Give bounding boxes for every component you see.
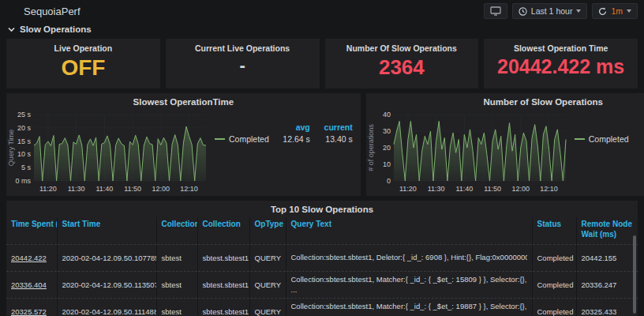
collection-cell: sbtest.sbtest1: [197, 271, 249, 298]
panel-slowest-operation-time: Slowest Operation Time 20442.422 ms: [484, 39, 638, 88]
dashboard-title: SequoiaPerf: [24, 6, 80, 17]
legend-series-completed[interactable]: Completed: [215, 134, 269, 144]
time-spent-link[interactable]: 20336.404: [11, 280, 47, 289]
graph-body: 0 ms5 s10 s15 s20 s25 s11:2011:3011:4011…: [6, 110, 361, 196]
collection-space-cell: sbtest: [156, 244, 197, 271]
svg-text:12:10: 12:10: [540, 185, 558, 193]
cycle-view-button[interactable]: [484, 3, 507, 19]
remote-wait-cell: 20442.155: [576, 244, 638, 271]
svg-text:15 s: 15 s: [17, 137, 32, 145]
svg-text:12:10: 12:10: [180, 185, 198, 193]
svg-text:11:30: 11:30: [427, 185, 444, 193]
svg-text:11:20: 11:20: [39, 185, 57, 193]
svg-text:11:50: 11:50: [124, 185, 141, 193]
panel-title[interactable]: Top 10 Slow Operations: [6, 201, 638, 217]
legend: avg current Completed 20 25: [570, 110, 644, 196]
table-header-row: Time Spent (ms) Start Time Collection Sp…: [6, 217, 638, 244]
query-text-cell: Collection:sbtest.sbtest1, Deletor:{ _id…: [286, 244, 532, 271]
table-row: 20442.422 2020-02-04-12.09.50.107785 sbt…: [6, 244, 638, 271]
column-header-start-time[interactable]: Start Time: [57, 217, 156, 244]
column-header-optype[interactable]: OpType: [249, 217, 286, 244]
column-header-collection[interactable]: Collection: [197, 217, 249, 244]
row-toggle-slow-operations[interactable]: Slow Operations: [0, 22, 644, 36]
status-cell: Completed: [532, 298, 576, 316]
svg-text:0: 0: [387, 177, 391, 185]
monitor-icon: [490, 6, 501, 16]
panel-title[interactable]: Current Live Operations: [195, 43, 290, 53]
status-cell: Completed: [532, 271, 576, 298]
svg-text:# of operations: # of operations: [367, 124, 375, 171]
column-header-query-text[interactable]: Query Text: [286, 217, 532, 244]
table-row: 20336.404 2020-02-04-12.09.50.113507 sbt…: [6, 271, 638, 298]
remote-wait-cell: 20325.433: [576, 298, 638, 316]
timeseries-plot-query-time[interactable]: 0 ms5 s10 s15 s20 s25 s11:2011:3011:4011…: [6, 110, 210, 194]
svg-text:30: 30: [383, 127, 391, 135]
table-scrollbar[interactable]: [633, 235, 636, 314]
svg-text:10: 10: [383, 160, 391, 168]
optype-cell: QUERY: [249, 244, 286, 271]
legend-series-completed[interactable]: Completed: [575, 134, 629, 144]
panel-current-live-operations: Current Live Operations -: [166, 39, 320, 88]
time-spent-link[interactable]: 20442.422: [11, 254, 47, 262]
legend-avg-value: 20: [629, 134, 644, 144]
svg-text:12:00: 12:00: [511, 185, 530, 193]
svg-text:11:30: 11:30: [68, 185, 85, 193]
optype-cell: QUERY: [249, 271, 286, 298]
section-label: Slow Operations: [20, 24, 92, 34]
panel-title[interactable]: Live Operation: [54, 43, 113, 53]
column-header-remote-node-wait[interactable]: Remote Node Wait (ms): [576, 217, 638, 244]
svg-text:11:50: 11:50: [484, 185, 501, 193]
svg-text:25 s: 25 s: [17, 111, 32, 118]
panel-number-of-slow-operations-graph: Number of Slow Operations 01020304011:20…: [366, 93, 644, 196]
column-header-collection-space[interactable]: Collection Space: [156, 217, 197, 244]
svg-text:11:20: 11:20: [399, 185, 417, 193]
collection-space-cell: sbtest: [156, 271, 197, 298]
status-cell: Completed: [532, 244, 576, 271]
query-text-cell: Collection:sbtest.sbtest1, Matcher:{ _id…: [286, 298, 532, 316]
refresh-button[interactable]: 1m: [592, 3, 638, 19]
collection-cell: sbtest.sbtest1: [197, 298, 249, 316]
svg-text:Query Time: Query Time: [7, 130, 15, 167]
timeseries-plot-operations[interactable]: 01020304011:2011:3011:4011:5012:0012:10#…: [366, 110, 570, 194]
svg-text:0 ms: 0 ms: [15, 177, 31, 185]
column-header-status[interactable]: Status: [532, 217, 576, 244]
legend-header-current: current: [310, 122, 353, 132]
panel-slowest-operationtime: Slowest OperationTime 0 ms5 s10 s15 s20 …: [6, 93, 361, 196]
stat-row: Live Operation OFF Current Live Operatio…: [6, 39, 638, 88]
chevron-down-icon: [576, 9, 581, 13]
legend: avg current Completed 12.64 s 13.40 s: [210, 110, 361, 196]
panel-title[interactable]: Number of Slow Operations: [366, 93, 644, 110]
stat-value-slowest-operation-time: 20442.422 ms: [497, 57, 624, 77]
stat-value-number-of-slow-operations: 2364: [379, 57, 425, 77]
panel-title[interactable]: Number Of Slow Operations: [346, 43, 457, 53]
refresh-icon: [598, 7, 607, 16]
series-color-dash-icon: [575, 138, 585, 140]
svg-text:20 s: 20 s: [17, 124, 32, 132]
legend-current-value: 13.40 s: [310, 134, 353, 144]
start-time-cell: 2020-02-04-12.09.50.113507: [57, 271, 156, 298]
legend-header-avg: avg: [629, 122, 644, 132]
svg-text:10 s: 10 s: [17, 150, 32, 158]
optype-cell: QUERY: [249, 298, 286, 316]
grafana-dashboard: SequoiaPerf Last 1 hour: [0, 0, 644, 316]
panel-title[interactable]: Slowest Operation Time: [514, 43, 608, 53]
query-text-cell: Collection:sbtest.sbtest1, Matcher:{ _id…: [286, 271, 532, 298]
stat-value-current-live-operations: -: [239, 57, 245, 74]
time-spent-link[interactable]: 20325.572: [11, 307, 47, 316]
chevron-down-icon: [8, 27, 15, 32]
remote-wait-cell: 20336.247: [576, 271, 638, 298]
legend-avg-value: 12.64 s: [269, 134, 310, 144]
svg-text:12:00: 12:00: [152, 185, 170, 193]
column-header-time-spent[interactable]: Time Spent (ms): [6, 217, 57, 244]
refresh-interval-label: 1m: [611, 6, 623, 16]
svg-text:40: 40: [383, 111, 391, 118]
panel-top-10-slow-operations: Top 10 Slow Operations Time Spent (ms) S…: [6, 201, 638, 316]
legend-header-avg: avg: [269, 122, 310, 132]
panel-title[interactable]: Slowest OperationTime: [6, 93, 361, 110]
svg-text:5 s: 5 s: [21, 164, 32, 171]
time-range-picker[interactable]: Last 1 hour: [512, 3, 588, 19]
start-time-cell: 2020-02-04-12.09.50.107785: [57, 244, 156, 271]
svg-text:20: 20: [383, 144, 391, 152]
stat-value-live-operation: OFF: [61, 57, 105, 79]
slow-operations-table: Time Spent (ms) Start Time Collection Sp…: [6, 217, 638, 316]
